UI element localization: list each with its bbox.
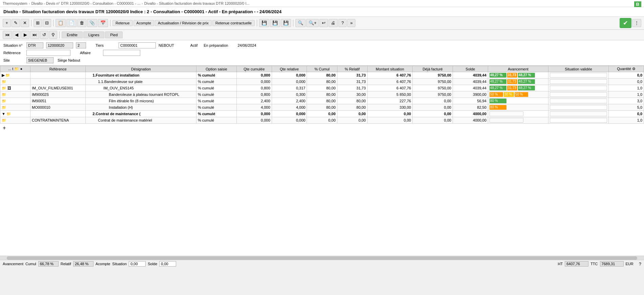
table-row[interactable]: 📁 1.1.Banderoleuse sur plate % cumulé 0,… xyxy=(0,79,644,85)
cumul-label: Cumul xyxy=(25,262,36,266)
nav-last[interactable]: ⏭ xyxy=(30,31,39,39)
add-button[interactable]: + xyxy=(3,19,11,27)
cell-desig: Banderoleuse à plateau tournant ROTOPL xyxy=(86,91,196,98)
nav-prev[interactable]: ◀ xyxy=(13,31,21,39)
add-row-button[interactable]: + xyxy=(3,125,6,131)
undo-button[interactable]: ↩ xyxy=(319,19,328,27)
cell-qterel: 0,000 xyxy=(272,79,307,85)
situation-value[interactable] xyxy=(129,261,146,267)
col-header-mtsit: Montant situation xyxy=(367,66,413,72)
cell-opt: % cumulé xyxy=(196,104,236,111)
breadcrumb-item-3[interactable]: Divalto - Situation facturation devis tr… xyxy=(144,1,250,5)
cell-sitvali[interactable] xyxy=(548,85,608,91)
cell-avance[interactable] xyxy=(488,117,548,124)
status-help-button[interactable]: ? xyxy=(639,261,641,267)
reference-input[interactable] xyxy=(26,50,70,56)
cell-sitvali[interactable] xyxy=(548,79,608,85)
close-button[interactable]: ✕ xyxy=(21,19,29,27)
nav-find[interactable]: ⚲ xyxy=(49,31,57,39)
table-row[interactable]: 📁 MO000010 Installation (H) % cumulé 4,0… xyxy=(0,104,644,111)
form-row-1: Situation n° Tiers NEBOUT Actif En prépa… xyxy=(3,42,641,48)
solde-value[interactable] xyxy=(159,261,176,267)
table-row[interactable]: 📁 IM90002S Banderoleuse à plateau tourna… xyxy=(0,91,644,98)
cell-sitvali[interactable] xyxy=(548,117,608,124)
cell-avance[interactable]: 48,27 % 31,73 48,27 % xyxy=(488,79,548,85)
tab-entete[interactable]: Entête xyxy=(62,31,83,38)
ht-value xyxy=(565,261,588,267)
print-button[interactable]: 🖨 xyxy=(329,19,338,27)
breadcrumb-item-1[interactable]: Thermosystem xyxy=(3,1,27,5)
affaire-input[interactable] xyxy=(103,50,140,56)
cell-ref xyxy=(30,79,86,85)
table-row[interactable]: ▶ 📁 1.Fourniture et installation % cumul… xyxy=(0,72,644,79)
cell-pctrel: 0,00 xyxy=(337,117,367,124)
cell-icons: 📁 xyxy=(0,104,30,111)
cell-qte: 1,0 xyxy=(609,91,644,98)
table-row[interactable]: 📁 🖼 IM_OUV_FILMEUSE001 IM_OUV_ENS145 % c… xyxy=(0,85,644,91)
cell-qtecum: 0,800 xyxy=(236,91,272,98)
collapse-button[interactable]: ⊟ xyxy=(43,19,51,27)
cell-dejafac: 0,00 xyxy=(413,98,453,104)
acompte-button[interactable]: Acompte xyxy=(133,20,154,26)
edit-button[interactable]: ✎ xyxy=(12,19,20,27)
more-button[interactable]: » xyxy=(347,19,355,27)
help-button[interactable]: ? xyxy=(338,19,347,27)
cell-avance[interactable] xyxy=(488,111,548,117)
cell-avance[interactable]: 50 % 30 % 50 % xyxy=(488,91,548,98)
search-button[interactable]: 🔍 xyxy=(295,19,306,27)
nav-refresh[interactable]: ↺ xyxy=(40,31,48,39)
cell-sitvali[interactable] xyxy=(548,72,608,79)
cell-mtsit: 6 407,76 xyxy=(367,85,413,91)
breadcrumb-item-2[interactable]: Divalto - Devis n° DTR 12000020/0 - Cons… xyxy=(31,1,140,5)
attach-button[interactable]: 📎 xyxy=(87,19,97,27)
situation-label-status: Situation xyxy=(112,262,127,266)
validate-button[interactable]: ✔ xyxy=(620,18,631,28)
tab-lignes[interactable]: Lignes xyxy=(83,31,104,38)
calendar-button[interactable]: 📅 xyxy=(98,19,108,27)
table-row[interactable]: ▼ 📁 2.Contrat de maintenance ( % cumulé … xyxy=(0,111,644,117)
cell-solde: 56,94 xyxy=(453,98,488,104)
cell-qtecum: 0,000 xyxy=(236,72,272,79)
paste-button[interactable]: 📄 xyxy=(66,19,77,27)
retenue-button[interactable]: Retenue xyxy=(112,20,133,26)
expand-button[interactable]: ⊞ xyxy=(34,19,42,27)
search-plus-button[interactable]: 🔍+ xyxy=(306,19,319,27)
cell-avance[interactable]: 80 % xyxy=(488,104,548,111)
sep1 xyxy=(31,20,32,26)
tiers-input[interactable] xyxy=(119,42,156,48)
copy-button[interactable]: 📋 xyxy=(56,19,66,27)
statut-label: Actif xyxy=(190,43,198,47)
cell-desig: Contrat de maintenance matériel xyxy=(86,117,196,124)
actualisation-button[interactable]: Actualisation / Révision de prix xyxy=(155,20,212,26)
tab-pied[interactable]: Pied xyxy=(105,31,123,38)
nav-next[interactable]: ▶ xyxy=(21,31,29,39)
delete-button[interactable]: 🗑 xyxy=(77,19,86,27)
toolbar-more2[interactable]: ⋮ xyxy=(632,19,641,27)
cell-sitvali[interactable] xyxy=(548,91,608,98)
cell-sitvali[interactable] xyxy=(548,98,608,104)
cell-qterel: 0,000 xyxy=(272,117,307,124)
cell-sitvali[interactable] xyxy=(548,111,608,117)
cell-avance[interactable]: 48,27 % 31,73 48,27 % xyxy=(488,72,548,79)
save-button[interactable]: 💾 xyxy=(259,19,269,27)
cell-qte: 5,0 xyxy=(609,104,644,111)
situation-type xyxy=(26,42,43,48)
acompte-label: Acompte xyxy=(96,262,110,266)
save2-button[interactable]: 💾 xyxy=(270,19,280,27)
nav-first[interactable]: ⏮ xyxy=(3,31,12,39)
horizontal-scrollbar[interactable] xyxy=(0,256,644,260)
cell-opt: % cumulé xyxy=(196,91,236,98)
status-bar: Avancement Cumul Relatif Acompte Situati… xyxy=(0,260,644,268)
save3-button[interactable]: 💾 xyxy=(281,19,291,27)
corner-badge: B xyxy=(634,1,641,7)
cell-pctcum: 0,00 xyxy=(307,117,337,124)
table-row[interactable]: 📁 IM90051 Film étirable fin (8 microns) … xyxy=(0,98,644,104)
cell-icons: 📁 xyxy=(0,79,30,85)
retenue-contractuelle-button[interactable]: Retenue contractuelle xyxy=(212,20,255,26)
ttc-value xyxy=(600,261,624,267)
cell-avance[interactable]: 48,27 % 31,73 48,27 % xyxy=(488,85,548,91)
cell-sitvali[interactable] xyxy=(548,104,608,111)
table-row[interactable]: 📁 CONTRATMAINTENA Contrat de maintenance… xyxy=(0,117,644,124)
cell-avance[interactable]: 80 % xyxy=(488,98,548,104)
cell-pctrel: 30,00 xyxy=(337,91,367,98)
